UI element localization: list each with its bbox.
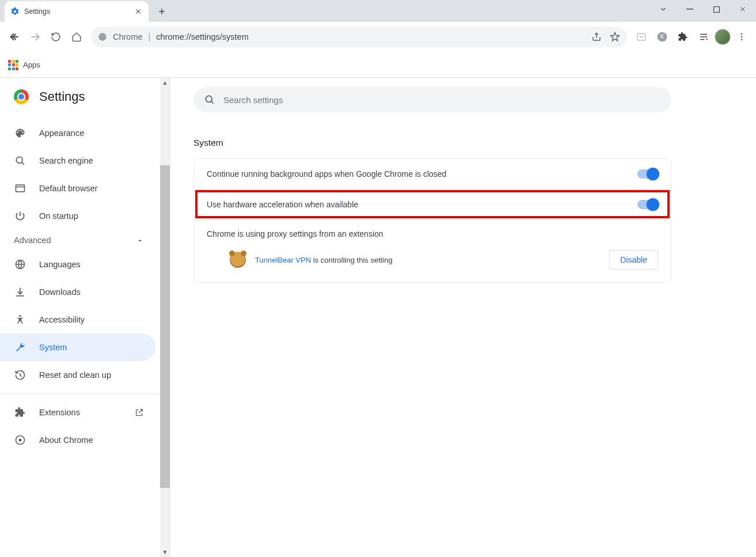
browser-tab[interactable]: Settings [5, 1, 149, 22]
svg-point-12 [19, 315, 21, 317]
globe-icon [14, 259, 26, 270]
scrollbar-down-arrow[interactable]: ▼ [160, 547, 170, 557]
svg-point-8 [741, 39, 743, 40]
power-icon [14, 210, 26, 222]
scrollbar-up-arrow[interactable]: ▲ [160, 78, 170, 88]
sidebar-item-accessibility[interactable]: Accessibility [0, 306, 155, 334]
sidebar-label: Extensions [39, 408, 80, 417]
maximize-button[interactable] [703, 0, 730, 18]
window-controls [650, 0, 756, 18]
sidebar-item-extensions[interactable]: Extensions [0, 399, 155, 426]
home-button[interactable] [67, 27, 86, 47]
extensions-puzzle-icon[interactable] [673, 27, 693, 47]
disable-button[interactable]: Disable [609, 250, 658, 270]
search-icon [14, 155, 26, 166]
sidebar-item-system[interactable]: System [0, 334, 155, 361]
sidebar-item-about[interactable]: About Chrome [0, 426, 155, 454]
settings-page: Settings Appearance Search engine Defaul… [0, 78, 756, 557]
row-hardware-acceleration[interactable]: Use hardware acceleration when available [194, 189, 671, 219]
chevron-up-icon [136, 236, 144, 244]
sidebar-item-default-browser[interactable]: Default browser [0, 175, 155, 202]
titlebar: Settings [0, 0, 756, 22]
address-bar[interactable]: Chrome | chrome://settings/system [91, 26, 627, 47]
settings-header: Settings [0, 78, 160, 119]
sidebar-advanced-toggle[interactable]: Advanced [0, 230, 160, 251]
extension-circle-icon[interactable]: K [652, 27, 672, 47]
sidebar-label: On startup [39, 211, 78, 221]
row-background-apps[interactable]: Continue running background apps when Go… [194, 159, 671, 189]
svg-point-14 [19, 439, 22, 442]
sidebar-label: Languages [39, 260, 81, 269]
svg-rect-10 [16, 185, 25, 192]
extension-link[interactable]: TunnelBear VPN [255, 256, 311, 264]
svg-point-15 [206, 96, 212, 102]
svg-rect-0 [686, 9, 693, 10]
back-button[interactable] [5, 27, 24, 47]
svg-rect-1 [713, 6, 719, 12]
sidebar-label: Search engine [39, 156, 93, 165]
tab-title: Settings [24, 7, 129, 16]
settings-search[interactable] [193, 87, 671, 112]
svg-point-7 [741, 36, 743, 38]
profile-avatar[interactable] [715, 29, 731, 45]
bookmarks-bar: Apps [0, 52, 756, 78]
bookmark-star-icon[interactable] [610, 32, 620, 42]
sidebar-item-languages[interactable]: Languages [0, 251, 155, 278]
section-title: System [193, 138, 733, 148]
sidebar-item-on-startup[interactable]: On startup [0, 202, 155, 230]
row-label: Use hardware acceleration when available [207, 200, 358, 209]
new-tab-button[interactable] [153, 3, 170, 20]
chevron-down-icon[interactable] [650, 0, 677, 18]
sidebar-scrollbar-thumb[interactable] [160, 165, 170, 488]
toggle-background-apps[interactable] [637, 169, 658, 179]
apps-grid-icon[interactable] [8, 60, 18, 70]
svg-text:K: K [660, 33, 664, 40]
forward-button[interactable] [25, 27, 45, 47]
sidebar-label: Accessibility [39, 315, 85, 324]
sidebar-label: Downloads [39, 287, 81, 297]
download-icon [14, 286, 26, 298]
omnibox-url: chrome://settings/system [156, 32, 586, 41]
settings-main: System Continue running background apps … [170, 78, 756, 557]
browser-window-icon [14, 183, 26, 194]
sidebar-item-downloads[interactable]: Downloads [0, 278, 155, 306]
kebab-menu-icon[interactable] [732, 27, 751, 47]
settings-title: Settings [39, 89, 85, 104]
sidebar-divider [0, 393, 160, 394]
extension-suffix: is controlling this setting [311, 256, 393, 264]
svg-point-6 [741, 33, 743, 35]
chrome-outline-icon [14, 434, 26, 446]
reading-list-icon[interactable] [694, 27, 713, 47]
palette-icon [14, 127, 26, 139]
sidebar-item-appearance[interactable]: Appearance [0, 119, 155, 147]
pocket-icon[interactable] [632, 27, 651, 47]
gear-icon [10, 7, 20, 16]
sidebar-item-reset[interactable]: Reset and clean up [0, 361, 155, 389]
svg-point-2 [98, 33, 106, 40]
svg-rect-3 [637, 33, 645, 40]
share-icon[interactable] [591, 32, 602, 42]
close-window-button[interactable] [730, 0, 756, 18]
svg-point-9 [16, 157, 22, 163]
sidebar-label: Reset and clean up [39, 370, 111, 380]
advanced-label: Advanced [14, 236, 51, 245]
proxy-extension-text: TunnelBear VPN is controlling this setti… [255, 256, 393, 264]
sidebar-item-search-engine[interactable]: Search engine [0, 147, 155, 175]
row-label: Continue running background apps when Go… [207, 169, 446, 179]
toolbar: Chrome | chrome://settings/system K [0, 22, 756, 52]
reload-button[interactable] [46, 27, 66, 47]
apps-label[interactable]: Apps [23, 60, 40, 69]
toggle-hardware-acceleration[interactable] [637, 200, 658, 209]
system-card: Continue running background apps when Go… [193, 158, 671, 283]
settings-search-input[interactable] [223, 95, 661, 105]
tunnelbear-icon [230, 252, 246, 268]
restore-icon [14, 369, 26, 381]
tab-close-icon[interactable] [134, 7, 143, 16]
sidebar-label: About Chrome [39, 435, 93, 445]
chrome-logo-icon [14, 89, 29, 104]
row-proxy-settings: Chrome is using proxy settings from an e… [194, 219, 671, 282]
settings-sidebar: Settings Appearance Search engine Defaul… [0, 78, 170, 557]
site-info-icon[interactable] [98, 32, 107, 41]
minimize-button[interactable] [677, 0, 703, 18]
open-external-icon [135, 408, 144, 417]
